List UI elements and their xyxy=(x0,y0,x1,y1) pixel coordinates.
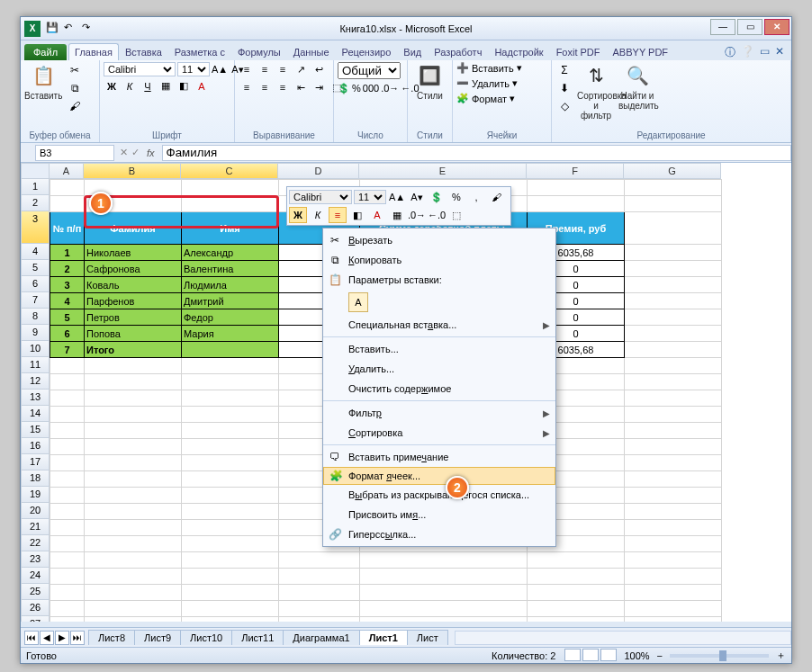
row-header-24[interactable]: 24 xyxy=(21,568,50,584)
tab-formulas[interactable]: Формулы xyxy=(231,43,287,60)
align-top-icon[interactable]: ≡ xyxy=(239,62,255,76)
fill-icon[interactable]: ⬇ xyxy=(555,80,573,96)
ctx-cut[interactable]: ✂Вырезать xyxy=(323,230,555,250)
row-header-15[interactable]: 15 xyxy=(21,422,50,438)
mini-border-icon[interactable]: ▦ xyxy=(388,207,406,223)
row-header-11[interactable]: 11 xyxy=(21,357,50,373)
header-name[interactable]: Имя xyxy=(182,212,279,245)
name-box[interactable] xyxy=(35,145,114,161)
ctx-insert[interactable]: Вставить... xyxy=(323,339,555,359)
italic-button[interactable]: К xyxy=(122,81,138,92)
mini-brush-icon[interactable]: 🖌 xyxy=(487,189,505,205)
ctx-delete[interactable]: Удалить... xyxy=(323,359,555,379)
row-header-10[interactable]: 10 xyxy=(21,341,50,357)
comma-icon[interactable]: 000 xyxy=(363,83,379,94)
cell-n[interactable]: 2 xyxy=(50,261,85,277)
row-header-21[interactable]: 21 xyxy=(21,519,50,535)
mini-font-select[interactable]: Calibri xyxy=(289,190,352,204)
mini-align-button[interactable]: ≡ xyxy=(329,207,347,223)
sheet-tab-Лист9[interactable]: Лист9 xyxy=(134,630,181,645)
cell-n[interactable]: 6 xyxy=(50,326,85,342)
clear-icon[interactable]: ◇ xyxy=(555,98,573,114)
mini-bold-button[interactable]: Ж xyxy=(289,207,307,223)
cell-surname[interactable]: Николаев xyxy=(85,245,182,261)
row-header-26[interactable]: 26 xyxy=(21,600,50,616)
font-color-button[interactable]: A xyxy=(194,81,210,92)
grow-font-icon[interactable]: A▲ xyxy=(212,64,228,75)
bold-button[interactable]: Ж xyxy=(104,81,120,92)
cancel-formula-icon[interactable]: ✕ xyxy=(120,147,128,158)
row-header-4[interactable]: 4 xyxy=(21,244,50,260)
border-button[interactable]: ▦ xyxy=(158,80,174,92)
col-header-D[interactable]: D xyxy=(278,163,359,179)
row-header-8[interactable]: 8 xyxy=(21,309,50,325)
ctx-paste-special[interactable]: Специальная вставка...▶ xyxy=(323,315,555,335)
zoom-slider[interactable] xyxy=(670,654,769,658)
tab-review[interactable]: Рецензиро xyxy=(336,43,398,60)
paste-option-all[interactable]: A xyxy=(348,292,368,312)
tab-foxit[interactable]: Foxit PDF xyxy=(550,43,607,60)
row-header-1[interactable]: 1 xyxy=(21,179,50,195)
sheet-tab-Лист[interactable]: Лист xyxy=(407,630,448,645)
find-select-button[interactable]: 🔍 Найти и выделить xyxy=(618,62,656,111)
row-header-6[interactable]: 6 xyxy=(21,276,50,292)
file-tab[interactable]: Файл xyxy=(24,44,67,60)
cell-surname[interactable]: Парфенов xyxy=(85,293,182,309)
ctx-format-cells[interactable]: 🧩Формат ячеек... xyxy=(323,467,555,485)
ctx-comment[interactable]: 🗨Вставить примечание xyxy=(323,447,555,467)
row-header-5[interactable]: 5 xyxy=(21,260,50,276)
mini-size-select[interactable]: 11 xyxy=(354,190,386,204)
minimize-button[interactable]: — xyxy=(710,19,735,35)
cell-name[interactable]: Федор xyxy=(182,309,279,326)
cell-name[interactable] xyxy=(182,342,279,358)
col-header-A[interactable]: A xyxy=(50,163,84,179)
cell-n[interactable]: 4 xyxy=(50,293,85,309)
row-header-14[interactable]: 14 xyxy=(21,406,50,422)
ctx-clear[interactable]: Очистить содержимое xyxy=(323,379,555,399)
tab-view[interactable]: Вид xyxy=(397,43,428,60)
row-header-9[interactable]: 9 xyxy=(21,325,50,341)
cell-n[interactable]: 7 xyxy=(50,342,85,358)
align-bottom-icon[interactable]: ≡ xyxy=(275,62,291,76)
cells-format-button[interactable]: 🧩Формат▾ xyxy=(456,93,515,104)
currency-icon[interactable]: 💲 xyxy=(338,83,350,94)
cell-surname[interactable]: Петров xyxy=(85,309,182,326)
tab-developer[interactable]: Разработч xyxy=(428,43,488,60)
col-header-F[interactable]: F xyxy=(527,163,624,179)
ctx-dropdown-list[interactable]: Выбрать из раскрывающегося списка... xyxy=(323,485,555,505)
align-center-icon[interactable]: ≡ xyxy=(257,80,273,94)
row-header-18[interactable]: 18 xyxy=(21,470,50,487)
tab-abbyy[interactable]: ABBYY PDF xyxy=(607,43,675,60)
tab-nav-prev-icon[interactable]: ◀ xyxy=(40,631,54,645)
copy-icon[interactable]: ⧉ xyxy=(66,80,84,96)
row-header-22[interactable]: 22 xyxy=(21,535,50,551)
mini-percent-icon[interactable]: % xyxy=(447,189,465,205)
mini-decdec-icon[interactable]: ←.0 xyxy=(428,207,446,223)
tab-home[interactable]: Главная xyxy=(68,43,119,60)
sheet-tab-Лист10[interactable]: Лист10 xyxy=(180,630,232,645)
row-header-7[interactable]: 7 xyxy=(21,292,50,309)
percent-icon[interactable]: % xyxy=(352,83,361,94)
cell-name[interactable]: Людмила xyxy=(182,277,279,293)
ctx-filter[interactable]: Фильтр▶ xyxy=(323,403,555,423)
help-icon[interactable]: ❔ xyxy=(741,45,754,60)
fill-color-button[interactable]: ◧ xyxy=(176,80,192,92)
sheet-tab-Лист1[interactable]: Лист1 xyxy=(359,630,408,645)
ctx-sort[interactable]: Сортировка▶ xyxy=(323,423,555,443)
worksheet-grid[interactable]: A B C D E F G 12345678910111213141516171… xyxy=(21,163,791,622)
row-header-17[interactable]: 17 xyxy=(21,454,50,470)
mini-fill-color-icon[interactable]: ◧ xyxy=(348,207,366,223)
inc-dec-icon[interactable]: .0→ xyxy=(381,83,399,94)
styles-button[interactable]: 🔲 Стили xyxy=(411,62,448,101)
fx-icon[interactable]: fx xyxy=(147,148,155,158)
confirm-formula-icon[interactable]: ✓ xyxy=(131,147,140,158)
cell-name[interactable]: Валентина xyxy=(182,261,279,277)
row-header-13[interactable]: 13 xyxy=(21,390,50,406)
indent-dec-icon[interactable]: ⇤ xyxy=(293,80,309,94)
cell-surname[interactable]: Итого xyxy=(85,342,182,358)
sort-filter-button[interactable]: ⇅ Сортировка и фильтр xyxy=(577,62,615,121)
sheet-tab-Диаграмма1[interactable]: Диаграмма1 xyxy=(283,630,359,645)
cells-delete-button[interactable]: ➖Удалить▾ xyxy=(456,77,518,89)
minimize-ribbon-icon[interactable]: ⓘ xyxy=(725,45,735,60)
mini-grow-icon[interactable]: A▲ xyxy=(388,189,406,205)
